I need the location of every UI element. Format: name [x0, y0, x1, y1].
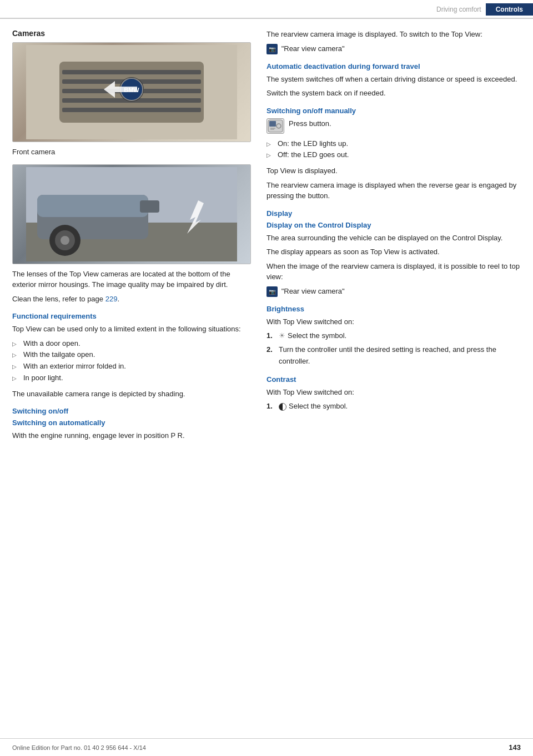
brightness-steps-list: 1.☀ Select the symbol.2.Turn the control…: [266, 330, 521, 367]
svg-rect-14: [37, 195, 148, 217]
functional-bullets-list: With a door open.With the tailgate open.…: [12, 338, 251, 384]
auto-deact-heading: Automatic deactivation during forward tr…: [266, 62, 521, 70]
display-rearview-icon-row: 📷 "Rear view camera": [266, 286, 521, 297]
side-camera-svg: [26, 167, 237, 261]
page-number: 143: [509, 743, 521, 752]
list-item: With a door open.: [12, 338, 251, 350]
button-svg: [268, 119, 283, 133]
display-rearview-text: When the image of the rearview camera is…: [266, 261, 521, 283]
brightness-intro: With Top View switched on:: [266, 316, 521, 327]
list-item: On: the LED lights up.: [266, 138, 521, 150]
rearview-intro: The rearview camera image is displayed. …: [266, 29, 521, 40]
main-content: Cameras BMW Fro: [0, 19, 533, 455]
unavailable-text: The unavailable camera range is depicted…: [12, 389, 251, 400]
display-camera-icon-inline: 📷: [266, 286, 278, 297]
page-ref-229[interactable]: 229: [105, 295, 118, 303]
camera-icon-inline: 📷: [266, 44, 278, 54]
manual-heading: Switching on/off manually: [266, 107, 521, 115]
list-item: 1.☀ Select the symbol.: [266, 330, 521, 342]
auto-deact-text2: Switch the system back on if needed.: [266, 88, 521, 99]
display-rearview-icon: "Rear view camera": [281, 287, 345, 295]
display-on-control-sub: Display on the Control Display: [266, 221, 521, 229]
list-item: With the tailgate open.: [12, 349, 251, 361]
press-button-row: Press button.: [266, 118, 521, 134]
display-control-text2: The display appears as soon as Top View …: [266, 246, 521, 258]
page-header: Driving comfort Controls: [0, 0, 533, 19]
switching-heading: Switching on/off: [12, 407, 251, 415]
list-item: 2.Turn the controller until the desired …: [266, 344, 521, 367]
front-camera-image: BMW: [12, 42, 251, 142]
button-icon: [266, 118, 284, 134]
functional-intro: Top View can be used only to a limited e…: [12, 324, 251, 335]
auto-deact-text1: The system switches off when a certain d…: [266, 74, 521, 85]
functional-requirements-heading: Functional requirements: [12, 312, 251, 320]
clean-lens-prefix: Clean the lens, refer to page: [12, 295, 105, 303]
footer-online-text: Online Edition for Part no. 01 40 2 956 …: [12, 744, 146, 751]
lenses-paragraph: The lenses of the Top View cameras are l…: [12, 269, 251, 290]
top-view-displayed: Top View is displayed.: [266, 165, 521, 177]
page-footer: Online Edition for Part no. 01 40 2 956 …: [0, 738, 533, 756]
switching-on-text: With the engine running, engage lever in…: [12, 430, 251, 441]
clean-lens-text: Clean the lens, refer to page 229.: [12, 294, 251, 305]
cameras-title: Cameras: [12, 29, 251, 38]
svg-rect-6: [62, 108, 201, 112]
svg-rect-15: [140, 200, 159, 213]
display-control-text1: The area surrounding the vehicle can be …: [266, 233, 521, 244]
rearview-icon-row: 📷 "Rear view camera": [266, 43, 521, 54]
header-driving-label: Driving comfort: [436, 6, 481, 13]
brightness-heading: Brightness: [266, 305, 521, 313]
contrast-intro: With Top View switched on:: [266, 387, 521, 398]
sun-icon: ☀: [279, 330, 285, 342]
svg-rect-21: [269, 121, 276, 127]
left-column: Cameras BMW Fro: [12, 29, 251, 445]
header-controls-label: Controls: [486, 3, 533, 16]
svg-rect-2: [62, 70, 201, 74]
list-item: In poor light.: [12, 372, 251, 384]
list-item: With an exterior mirror folded in.: [12, 361, 251, 372]
right-column: The rearview camera image is displayed. …: [266, 29, 521, 445]
manual-bullets-list: On: the LED lights up.Off: the LED goes …: [266, 138, 521, 162]
svg-point-18: [61, 236, 69, 245]
front-camera-svg: BMW: [26, 45, 237, 139]
contrast-steps-list: 1.Select the symbol.: [266, 401, 521, 412]
display-heading: Display: [266, 209, 521, 218]
front-camera-label: Front camera: [12, 147, 251, 158]
list-item: Off: the LED goes out.: [266, 149, 521, 161]
switching-on-sub: Switching on automatically: [12, 419, 251, 427]
side-camera-image: [12, 164, 251, 264]
rearview-when-text: The rearview camera image is displayed w…: [266, 180, 521, 201]
half-circle-icon: [279, 403, 286, 411]
press-button-label: Press button.: [289, 118, 331, 129]
clean-lens-end: .: [117, 295, 119, 303]
contrast-heading: Contrast: [266, 375, 521, 384]
list-item: 1.Select the symbol.: [266, 401, 521, 412]
rearview-icon-text: "Rear view camera": [281, 44, 345, 53]
